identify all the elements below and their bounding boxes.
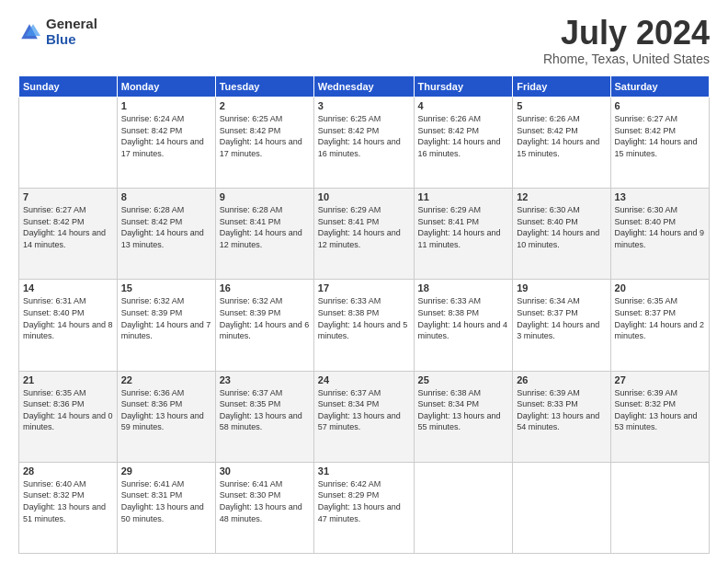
day-cell: 30Sunrise: 6:41 AM Sunset: 8:30 PM Dayli… [215, 462, 313, 553]
day-number: 29 [121, 465, 211, 477]
day-cell: 7Sunrise: 6:27 AM Sunset: 8:42 PM Daylig… [19, 189, 118, 280]
day-info: Sunrise: 6:38 AM Sunset: 8:34 PM Dayligh… [418, 387, 509, 433]
day-cell: 27Sunrise: 6:39 AM Sunset: 8:32 PM Dayli… [610, 371, 709, 462]
day-info: Sunrise: 6:33 AM Sunset: 8:38 PM Dayligh… [418, 295, 509, 341]
day-number: 2 [220, 100, 310, 111]
day-number: 11 [418, 191, 509, 202]
day-number: 4 [418, 100, 509, 111]
calendar-header: SundayMondayTuesdayWednesdayThursdayFrid… [19, 76, 710, 98]
day-number: 28 [23, 465, 113, 477]
day-number: 12 [517, 191, 606, 202]
day-number: 14 [23, 282, 113, 293]
day-number: 23 [220, 374, 310, 385]
week-row-4: 21Sunrise: 6:35 AM Sunset: 8:36 PM Dayli… [19, 371, 710, 462]
day-number: 16 [220, 282, 310, 293]
week-row-2: 7Sunrise: 6:27 AM Sunset: 8:42 PM Daylig… [19, 189, 710, 280]
day-info: Sunrise: 6:41 AM Sunset: 8:30 PM Dayligh… [220, 478, 310, 524]
day-number: 3 [318, 100, 410, 111]
logo-general-text: General [46, 17, 97, 32]
day-cell [19, 98, 118, 189]
day-cell [610, 462, 709, 553]
day-cell: 25Sunrise: 6:38 AM Sunset: 8:34 PM Dayli… [414, 371, 513, 462]
day-cell: 23Sunrise: 6:37 AM Sunset: 8:35 PM Dayli… [215, 371, 313, 462]
day-cell: 31Sunrise: 6:42 AM Sunset: 8:29 PM Dayli… [313, 462, 414, 553]
day-cell: 4Sunrise: 6:26 AM Sunset: 8:42 PM Daylig… [414, 98, 513, 189]
location: Rhome, Texas, United States [543, 52, 710, 66]
day-cell: 10Sunrise: 6:29 AM Sunset: 8:41 PM Dayli… [313, 189, 414, 280]
day-info: Sunrise: 6:35 AM Sunset: 8:37 PM Dayligh… [615, 295, 705, 341]
day-cell: 3Sunrise: 6:25 AM Sunset: 8:42 PM Daylig… [313, 98, 414, 189]
day-cell: 2Sunrise: 6:25 AM Sunset: 8:42 PM Daylig… [215, 98, 313, 189]
day-cell: 22Sunrise: 6:36 AM Sunset: 8:36 PM Dayli… [117, 371, 215, 462]
day-cell: 20Sunrise: 6:35 AM Sunset: 8:37 PM Dayli… [610, 280, 709, 371]
day-cell: 15Sunrise: 6:32 AM Sunset: 8:39 PM Dayli… [117, 280, 215, 371]
day-info: Sunrise: 6:32 AM Sunset: 8:39 PM Dayligh… [220, 295, 310, 341]
page: General Blue July 2024 Rhome, Texas, Uni… [0, 0, 728, 563]
day-number: 5 [517, 100, 606, 111]
day-info: Sunrise: 6:28 AM Sunset: 8:41 PM Dayligh… [220, 204, 310, 250]
day-info: Sunrise: 6:37 AM Sunset: 8:35 PM Dayligh… [220, 387, 310, 433]
day-cell: 9Sunrise: 6:28 AM Sunset: 8:41 PM Daylig… [215, 189, 313, 280]
day-number: 25 [418, 374, 509, 385]
day-info: Sunrise: 6:29 AM Sunset: 8:41 PM Dayligh… [318, 204, 410, 250]
day-number: 30 [220, 465, 310, 477]
day-number: 13 [615, 191, 705, 202]
day-number: 21 [23, 374, 113, 385]
header-day-friday: Friday [513, 76, 610, 98]
day-info: Sunrise: 6:24 AM Sunset: 8:42 PM Dayligh… [121, 113, 211, 159]
day-cell: 26Sunrise: 6:39 AM Sunset: 8:33 PM Dayli… [513, 371, 610, 462]
day-info: Sunrise: 6:33 AM Sunset: 8:38 PM Dayligh… [318, 295, 410, 341]
day-number: 10 [318, 191, 410, 202]
week-row-5: 28Sunrise: 6:40 AM Sunset: 8:32 PM Dayli… [19, 462, 710, 553]
day-number: 24 [318, 374, 410, 385]
day-cell: 29Sunrise: 6:41 AM Sunset: 8:31 PM Dayli… [117, 462, 215, 553]
day-number: 31 [318, 465, 410, 477]
day-info: Sunrise: 6:25 AM Sunset: 8:42 PM Dayligh… [220, 113, 310, 159]
day-number: 7 [23, 191, 113, 202]
day-cell: 16Sunrise: 6:32 AM Sunset: 8:39 PM Dayli… [215, 280, 313, 371]
day-info: Sunrise: 6:40 AM Sunset: 8:32 PM Dayligh… [23, 478, 113, 524]
day-info: Sunrise: 6:39 AM Sunset: 8:32 PM Dayligh… [615, 387, 705, 433]
day-number: 27 [615, 374, 705, 385]
header-day-tuesday: Tuesday [215, 76, 313, 98]
title-area: July 2024 Rhome, Texas, United States [543, 17, 710, 66]
month-title: July 2024 [543, 17, 710, 50]
day-number: 20 [615, 282, 705, 293]
header-day-wednesday: Wednesday [313, 76, 414, 98]
day-info: Sunrise: 6:32 AM Sunset: 8:39 PM Dayligh… [121, 295, 211, 341]
day-cell: 24Sunrise: 6:37 AM Sunset: 8:34 PM Dayli… [313, 371, 414, 462]
day-cell: 14Sunrise: 6:31 AM Sunset: 8:40 PM Dayli… [19, 280, 118, 371]
day-cell: 13Sunrise: 6:30 AM Sunset: 8:40 PM Dayli… [610, 189, 709, 280]
header-row: SundayMondayTuesdayWednesdayThursdayFrid… [19, 76, 710, 98]
day-info: Sunrise: 6:35 AM Sunset: 8:36 PM Dayligh… [23, 387, 113, 433]
header-day-saturday: Saturday [610, 76, 709, 98]
day-cell: 12Sunrise: 6:30 AM Sunset: 8:40 PM Dayli… [513, 189, 610, 280]
day-info: Sunrise: 6:30 AM Sunset: 8:40 PM Dayligh… [517, 204, 606, 250]
day-number: 9 [220, 191, 310, 202]
day-cell: 18Sunrise: 6:33 AM Sunset: 8:38 PM Dayli… [414, 280, 513, 371]
day-number: 1 [121, 100, 211, 111]
day-number: 17 [318, 282, 410, 293]
logo: General Blue [18, 17, 97, 47]
header: General Blue July 2024 Rhome, Texas, Uni… [18, 17, 710, 66]
day-cell: 5Sunrise: 6:26 AM Sunset: 8:42 PM Daylig… [513, 98, 610, 189]
day-info: Sunrise: 6:28 AM Sunset: 8:42 PM Dayligh… [121, 204, 211, 250]
day-cell [414, 462, 513, 553]
calendar-table: SundayMondayTuesdayWednesdayThursdayFrid… [18, 75, 710, 554]
week-row-1: 1Sunrise: 6:24 AM Sunset: 8:42 PM Daylig… [19, 98, 710, 189]
day-number: 8 [121, 191, 211, 202]
day-info: Sunrise: 6:42 AM Sunset: 8:29 PM Dayligh… [318, 478, 410, 524]
day-cell: 1Sunrise: 6:24 AM Sunset: 8:42 PM Daylig… [117, 98, 215, 189]
header-day-monday: Monday [117, 76, 215, 98]
day-cell: 17Sunrise: 6:33 AM Sunset: 8:38 PM Dayli… [313, 280, 414, 371]
logo-text: General Blue [46, 17, 97, 47]
day-info: Sunrise: 6:34 AM Sunset: 8:37 PM Dayligh… [517, 295, 606, 341]
day-info: Sunrise: 6:30 AM Sunset: 8:40 PM Dayligh… [615, 204, 705, 250]
logo-blue-text: Blue [46, 32, 97, 48]
day-info: Sunrise: 6:41 AM Sunset: 8:31 PM Dayligh… [121, 478, 211, 524]
day-cell: 19Sunrise: 6:34 AM Sunset: 8:37 PM Dayli… [513, 280, 610, 371]
day-number: 6 [615, 100, 705, 111]
day-number: 22 [121, 374, 211, 385]
day-info: Sunrise: 6:26 AM Sunset: 8:42 PM Dayligh… [517, 113, 606, 159]
day-info: Sunrise: 6:29 AM Sunset: 8:41 PM Dayligh… [418, 204, 509, 250]
